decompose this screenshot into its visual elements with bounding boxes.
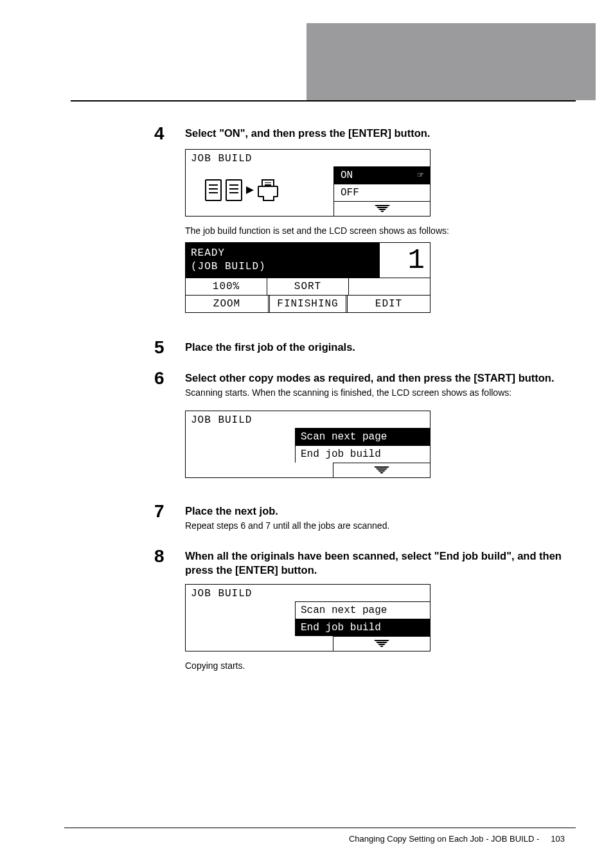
step-7-text: Repeat steps 6 and 7 until all the jobs … (185, 520, 562, 531)
step-8-caption: Copying starts. (185, 660, 562, 671)
ready-zoom-value: 100% (186, 278, 267, 295)
step-5-heading: Place the first job of the originals. (185, 340, 562, 354)
step-8-number: 8 (64, 547, 185, 565)
step-7-heading: Place the next job. (185, 504, 562, 518)
ready-line2: (JOB BUILD) (191, 260, 374, 274)
footer: Changing Copy Setting on Each Job - JOB … (349, 834, 565, 844)
option-end-job-build[interactable]: End job build (295, 619, 430, 636)
step-4-heading: Select "ON", and then press the [ENTER] … (185, 126, 562, 140)
step-4-caption: The job build function is set and the LC… (185, 226, 562, 236)
arrow-right-icon (246, 186, 254, 194)
ready-count: 1 (379, 243, 430, 278)
step-5-number: 5 (64, 339, 185, 357)
option-end-job-build[interactable]: End job build (295, 445, 430, 463)
lcd-icon-area (186, 166, 333, 216)
option-off[interactable]: OFF (333, 184, 430, 201)
chevron-down-icon (375, 205, 390, 213)
lcd-panel-job-build-options: JOB BUILD (185, 149, 431, 217)
scroll-down-row[interactable] (333, 636, 430, 651)
step-6: 6 Select other copy modes as required, a… (64, 369, 562, 404)
step-6-number: 6 (64, 369, 185, 387)
ready-line1: READY (191, 247, 374, 260)
scroll-down-row[interactable] (333, 463, 430, 477)
document-icon (205, 179, 222, 201)
hand-right-icon: ☞ (418, 171, 423, 181)
ready-empty-value (349, 278, 430, 295)
lcd-title: JOB BUILD (186, 150, 430, 166)
chevron-down-icon (374, 640, 389, 648)
lcd-panel-scan-next: JOB BUILD Scan next page End job build (185, 411, 431, 478)
ready-zoom-button[interactable]: ZOOM (186, 296, 268, 312)
lcd-panel-end-job-build: JOB BUILD Scan next page End job build (185, 584, 431, 651)
option-off-label: OFF (341, 188, 359, 198)
ready-finishing-button[interactable]: FINISHING (268, 296, 348, 312)
step-7: 7 Place the next job. Repeat steps 6 and… (64, 502, 562, 537)
document-icon (226, 179, 242, 201)
lcd-title: JOB BUILD (186, 585, 430, 601)
option-scan-next-page[interactable]: Scan next page (295, 601, 430, 619)
ready-edit-button[interactable]: EDIT (348, 296, 430, 312)
lcd-title: JOB BUILD (186, 411, 430, 428)
printer-icon (258, 179, 277, 201)
step-8-heading: When all the originals have been scanned… (185, 549, 562, 578)
chevron-down-icon (374, 466, 389, 474)
footer-page: 103 (551, 834, 565, 844)
step-6-text: Scanning starts. When the scanning is fi… (185, 387, 562, 398)
option-scan-next-page[interactable]: Scan next page (295, 428, 430, 445)
ready-sort-value: SORT (267, 278, 349, 295)
option-on-label: ON (341, 170, 353, 181)
step-7-number: 7 (64, 502, 185, 520)
footer-rule (64, 828, 576, 828)
step-8: 8 When all the originals have been scann… (64, 547, 562, 578)
step-5: 5 Place the first job of the originals. (64, 339, 562, 357)
scroll-down-row[interactable] (333, 201, 430, 216)
step-6-heading: Select other copy modes as required, and… (185, 371, 562, 385)
lcd-panel-ready: READY (JOB BUILD) 1 100% SORT ZOOM FINIS… (185, 242, 431, 313)
option-on[interactable]: ON ☞ (333, 166, 430, 184)
step-4-number: 4 (64, 125, 185, 143)
step-4: 4 Select "ON", and then press the [ENTER… (64, 125, 562, 143)
footer-text: Changing Copy Setting on Each Job - JOB … (349, 834, 539, 844)
